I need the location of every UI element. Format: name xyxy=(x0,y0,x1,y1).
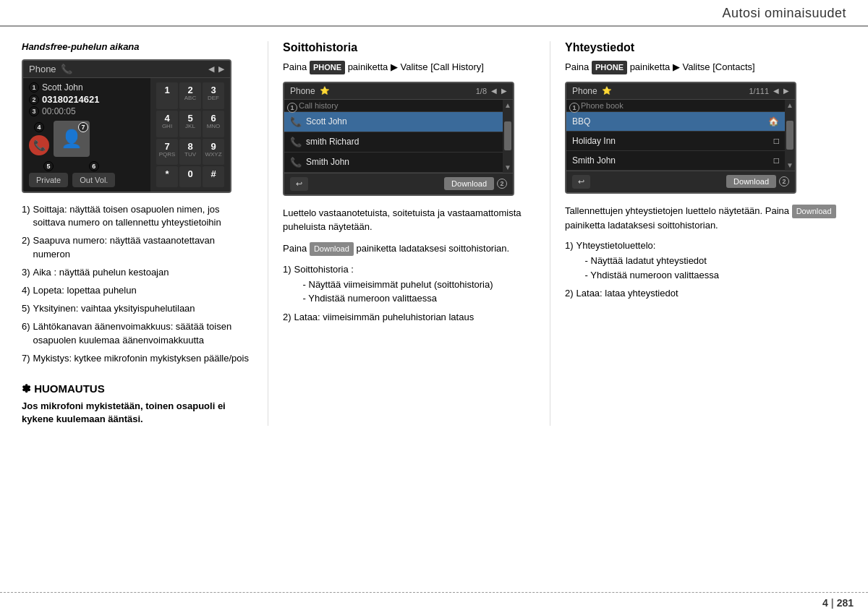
middle-section-title: Soittohistoria xyxy=(283,41,535,54)
contacts-label-1: 1 xyxy=(569,103,579,113)
middle-column: Soittohistoria Paina PHONE painiketta ▶ … xyxy=(268,41,550,426)
history-item-num-1: 1) xyxy=(283,263,292,306)
back-button-contacts[interactable]: ↩ xyxy=(572,175,590,189)
download-button-contacts[interactable]: Download xyxy=(726,175,776,188)
list-item-1: 1) Soittaja: näyttää toisen osapuolen ni… xyxy=(22,203,253,229)
history-list-item-1: 1) Soittohistoria : - Näyttää viimeisimm… xyxy=(283,263,535,306)
numpad-star[interactable]: * xyxy=(156,166,178,187)
nav-right-icon: ▶ xyxy=(501,87,507,95)
item-text-5: Yksityinen: vaihtaa yksityispuhelutilaan xyxy=(33,302,195,315)
number-row: 2 03180214621 xyxy=(29,94,145,105)
history-item-text-2: Lataa: viimeisimmän puheluhistorian lata… xyxy=(294,311,475,324)
download-area-contacts: Download 2 xyxy=(726,175,789,188)
private-button[interactable]: Private xyxy=(29,173,68,187)
phone-header: Phone 📞 ◀ ▶ xyxy=(23,61,230,78)
numpad-2[interactable]: 2ABC xyxy=(179,82,201,109)
numpad-8[interactable]: 8TUV xyxy=(179,139,201,166)
contacts-list-item-2: 2) Lataa: lataa yhteystiedot xyxy=(565,287,846,300)
private-area: 5 Private xyxy=(29,161,68,187)
history-sub-list-1: - Näyttää viimeisimmät puhelut (soittohi… xyxy=(303,278,493,306)
handsfree-list: 1) Soittaja: näyttää toisen osapuolen ni… xyxy=(22,203,253,365)
label-2: 2 xyxy=(29,95,39,105)
contacts-scroll-thumb xyxy=(786,121,793,150)
phone-numpad: 1 2ABC 3DEF 4GHI 5JKL 6MNO 7PQRS 8TUV 9W… xyxy=(150,78,230,192)
item-text-3: Aika : näyttää puhelun kestoajan xyxy=(33,266,169,279)
contacts-scrollbar[interactable]: ▲ ▼ xyxy=(785,100,795,171)
item-text-7: Mykistys: kytkee mikrofonin mykistyksen … xyxy=(33,352,249,365)
contacts-footer: ↩ Download 2 xyxy=(566,171,795,192)
volume-button[interactable]: Out Vol. xyxy=(72,173,115,187)
history-label-1: 1 xyxy=(287,103,297,113)
call-history-body-wrap: 1 Call history 📞 Scott John 📞 smith Rich… xyxy=(284,100,513,173)
download-button-history[interactable]: Download xyxy=(444,177,494,190)
call-history-item-2[interactable]: 📞 smith Richard xyxy=(284,132,503,153)
numpad-1[interactable]: 1 xyxy=(156,82,178,109)
page-header: Autosi ominaisuudet xyxy=(0,0,868,27)
page-num-display: 281 xyxy=(837,597,854,609)
list-item-2: 2) Saapuva numero: näyttää vastaanotetta… xyxy=(22,234,253,260)
contacts-header-label: Phone book xyxy=(566,100,785,112)
middle-desc3-paina: Paina xyxy=(283,243,310,254)
numpad-3[interactable]: 3DEF xyxy=(203,82,224,109)
phone-badge-middle: PHONE xyxy=(310,61,345,74)
back-button-history[interactable]: ↩ xyxy=(290,177,308,191)
main-content: Handsfree-puhelun aikana Phone 📞 ◀ ▶ 1 S… xyxy=(0,27,868,440)
phone-icon-sm: ⭐ xyxy=(320,86,330,95)
call-name-1: Scott John xyxy=(306,116,347,127)
numpad-4[interactable]: 4GHI xyxy=(156,111,178,137)
phone-number: 03180214621 xyxy=(42,94,100,105)
contacts-item-text-2: Lataa: lataa yhteystiedot xyxy=(576,287,678,300)
contacts-item-3[interactable]: Smith John □ xyxy=(566,151,785,171)
numpad-9[interactable]: 9WXYZ xyxy=(203,139,224,166)
item-num-2: 2) xyxy=(22,234,30,260)
right-desc2-part1: Tallennettujen yhteystietojen luettelo n… xyxy=(565,205,792,216)
nav-left-icon: ◀ xyxy=(491,87,497,95)
call-icon-3: 📞 xyxy=(290,157,302,168)
call-history-count: 1/8 xyxy=(476,87,487,95)
numpad-6[interactable]: 6MNO xyxy=(203,111,224,137)
note-text: Jos mikrofoni mykistetään, toinen osapuo… xyxy=(22,400,253,426)
item-num-6: 6) xyxy=(22,320,30,346)
contacts-list-item-1: 1) Yhteystietoluettelo: - Näyttää ladatu… xyxy=(565,239,846,282)
home-icon-1: 🏠 xyxy=(768,116,779,127)
contacts-item-num-2: 2) xyxy=(565,287,574,300)
call-history-title: Phone xyxy=(290,86,315,96)
end-call-btn[interactable]: 📞 xyxy=(29,135,49,155)
call-history-footer: ↩ Download 2 xyxy=(284,173,513,194)
history-label-2: 2 xyxy=(497,179,507,189)
call-history-item-1[interactable]: 📞 Scott John xyxy=(284,112,503,132)
middle-desc1: Paina PHONE painiketta ▶ Valitse [Call H… xyxy=(283,60,535,74)
contacts-header: Phone ⭐ 1/111 ◀ ▶ xyxy=(566,83,795,100)
item-text-4: Lopeta: lopettaa puhelun xyxy=(33,284,137,297)
call-history-header-left: Phone ⭐ xyxy=(290,86,330,96)
contacts-item-1[interactable]: BBQ 🏠 xyxy=(566,112,785,132)
contacts-body-wrap: 1 Phone book BBQ 🏠 Holiday Inn □ xyxy=(566,100,795,171)
note-title: ✽ HUOMAUTUS xyxy=(22,382,253,395)
numpad-0[interactable]: 0 xyxy=(179,166,201,187)
page-footer: 4 | 281 xyxy=(0,592,868,613)
contacts-item-2[interactable]: Holiday Inn □ xyxy=(566,132,785,151)
contacts-numbered-list: 1) Yhteystietoluettelo: - Näyttää ladatu… xyxy=(565,239,846,300)
call-time: 00:00:05 xyxy=(42,106,76,116)
history-item-1-title: Soittohistoria : xyxy=(294,263,493,276)
right-desc1-rest: painiketta ▶ Valitse [Contacts] xyxy=(630,61,755,72)
call-history-screen: Phone ⭐ 1/8 ◀ ▶ 1 Call history 📞 xyxy=(283,82,514,196)
middle-desc1-part2: painiketta ▶ Valitse [Call History] xyxy=(348,61,484,72)
call-history-item-3[interactable]: 📞 Smith John xyxy=(284,153,503,173)
contacts-header-left: Phone ⭐ xyxy=(572,86,612,96)
history-sub-2: - Yhdistää numeroon valittaessa xyxy=(303,291,493,306)
call-history-scrollbar[interactable]: ▲ ▼ xyxy=(503,100,513,173)
numpad-5[interactable]: 5JKL xyxy=(179,111,201,137)
middle-desc3-rest: painiketta ladataksesi soittohistorian. xyxy=(356,243,509,254)
numpad-hash[interactable]: # xyxy=(203,166,224,187)
numpad-7[interactable]: 7PQRS xyxy=(156,139,178,166)
page-separator: | xyxy=(831,597,834,609)
label-6: 6 xyxy=(89,161,99,171)
call-history-header-right: 1/8 ◀ ▶ xyxy=(476,87,507,95)
contacts-sub-1: - Näyttää ladatut yhteystiedot xyxy=(585,254,719,268)
item-num-5: 5) xyxy=(22,302,30,315)
download-inline-history: Download xyxy=(310,242,354,256)
call-icon-1: 📞 xyxy=(290,116,302,127)
right-section-title: Yhteystiedot xyxy=(565,41,846,54)
phone-screen-handsfree: Phone 📞 ◀ ▶ 1 Scott John 2 03180214621 xyxy=(22,59,231,193)
